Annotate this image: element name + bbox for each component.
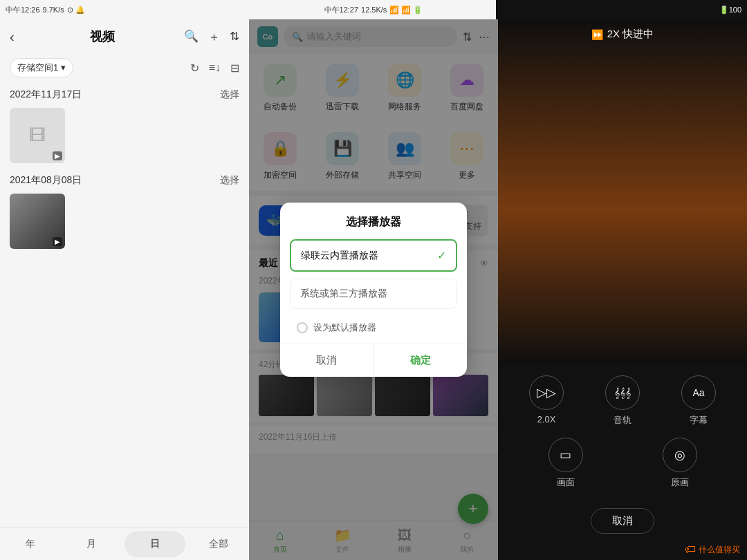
- storage-selector[interactable]: 存储空间1 ▾: [10, 58, 73, 77]
- cancel-video-btn[interactable]: 取消: [591, 508, 654, 534]
- speed-icon-box: ▷▷: [529, 375, 564, 410]
- left-bottom-nav: 年 月 日 全部: [0, 528, 249, 560]
- check-icon: ✓: [437, 249, 446, 262]
- select-btn-1[interactable]: 选择: [220, 88, 239, 101]
- date-section-1: 2022年11月17日 选择: [0, 82, 249, 104]
- cancel-bar: 取消: [498, 500, 747, 539]
- ctrl-screen[interactable]: ▭ 画面: [512, 438, 619, 489]
- time-left: 中午12:26: [6, 5, 40, 15]
- time-mid: 中午12:27: [324, 5, 359, 15]
- fast-forward-icon: ⏩: [591, 29, 603, 40]
- controls-row-2: ▭ 画面 ◎ 原画: [512, 438, 733, 489]
- sort-icon[interactable]: ⇅: [230, 29, 239, 45]
- ctrl-speed[interactable]: ▷▷ 2.0X: [512, 375, 581, 427]
- right-panel: ⏩ 2X 快进中 ▷▷ 2.0X 𝄞𝄞𝄞 音轨: [498, 19, 747, 560]
- icons-left: ⊙ 🔔: [67, 6, 85, 15]
- video-thumb-2[interactable]: ▶: [10, 194, 65, 249]
- speed-label: 2.0X: [537, 414, 556, 424]
- dialog-checkbox-row[interactable]: 设为默认播放器: [280, 316, 467, 344]
- play-icon-2: ▶: [53, 237, 62, 246]
- left-sub-icons: ↻ ≡↓ ⊟: [190, 62, 239, 75]
- nav-day[interactable]: 日: [124, 531, 185, 557]
- dialog-confirm-btn[interactable]: 确定: [374, 344, 468, 377]
- left-panel: ‹ 视频 🔍 ＋ ⇅ 存储空间1 ▾ ↻ ≡↓ ⊟ 2022年11月17日 选择…: [0, 19, 249, 560]
- select-btn-2[interactable]: 选择: [220, 174, 239, 187]
- dialog-option-system[interactable]: 系统或第三方播放器: [290, 279, 457, 309]
- speed-mid: 12.5K/s: [361, 6, 387, 14]
- default-checkbox[interactable]: [297, 322, 308, 333]
- dialog-actions: 取消 确定: [280, 344, 467, 377]
- search-icon[interactable]: 🔍: [184, 29, 199, 45]
- screen-icon-box: ▭: [548, 438, 583, 472]
- date-label-1: 2022年11月17日: [10, 88, 82, 101]
- mid-panel: Co 🔍 请输入关键词 ⇅ ⋯ ↗ 自动备份: [249, 19, 498, 560]
- video-background: [498, 19, 747, 364]
- filter-icon[interactable]: ⊟: [230, 62, 239, 75]
- video-area: ⏩ 2X 快进中: [498, 19, 747, 364]
- original-icon-box: ◎: [663, 438, 697, 472]
- status-bar-right: 🔋100: [496, 0, 747, 19]
- date-label-2: 2021年08月08日: [10, 174, 82, 187]
- play-icon-1: ▶: [53, 151, 62, 160]
- back-button[interactable]: ‹: [10, 29, 15, 45]
- speed-badge: ⏩ 2X 快进中: [591, 28, 654, 41]
- player-select-dialog: 选择播放器 绿联云内置播放器 ✓ 系统或第三方播放器 设为默认播放器 取消 确定: [280, 203, 467, 377]
- audio-label: 音轨: [614, 414, 631, 427]
- video-thumb-1[interactable]: 🎞 ▶: [10, 108, 65, 163]
- subtitle-label: 字幕: [690, 414, 708, 427]
- screen-label: 画面: [557, 476, 575, 489]
- dialog-title: 选择播放器: [280, 203, 467, 239]
- left-sub-bar: 存储空间1 ▾ ↻ ≡↓ ⊟: [0, 54, 249, 82]
- left-top-bar: ‹ 视频 🔍 ＋ ⇅: [0, 19, 249, 54]
- brand-icon: 🏷: [685, 543, 696, 556]
- left-panel-title: 视频: [21, 28, 184, 45]
- signal-mid: 📶 📶 🔋: [389, 6, 423, 15]
- brand-watermark: 🏷 什么值得买: [498, 539, 747, 560]
- brand-text: 什么值得买: [699, 544, 740, 556]
- nav-all[interactable]: 全部: [188, 528, 249, 560]
- dialog-cancel-btn[interactable]: 取消: [280, 344, 374, 377]
- controls-row-1: ▷▷ 2.0X 𝄞𝄞𝄞 音轨 Aa 字幕: [512, 375, 733, 427]
- battery-icon: 🔋100: [719, 6, 741, 15]
- dialog-option-builtin[interactable]: 绿联云内置播放器 ✓: [290, 239, 457, 272]
- subtitle-icon-box: Aa: [681, 375, 716, 410]
- panels: ‹ 视频 🔍 ＋ ⇅ 存储空间1 ▾ ↻ ≡↓ ⊟ 2022年11月17日 选择…: [0, 19, 747, 560]
- list-sort-icon[interactable]: ≡↓: [209, 62, 221, 75]
- refresh-icon[interactable]: ↻: [190, 62, 199, 75]
- left-top-icons: 🔍 ＋ ⇅: [184, 29, 239, 45]
- video-controls: ▷▷ 2.0X 𝄞𝄞𝄞 音轨 Aa 字幕: [498, 364, 747, 500]
- audio-icon-box: 𝄞𝄞𝄞: [605, 375, 640, 410]
- status-bar: 中午12:26 9.7K/s ⊙ 🔔 中午12:27 12.5K/s 📶 📶 🔋…: [0, 0, 747, 19]
- add-icon[interactable]: ＋: [208, 29, 220, 45]
- nav-month[interactable]: 月: [61, 528, 122, 560]
- ctrl-subtitle[interactable]: Aa 字幕: [664, 375, 733, 427]
- date-section-2: 2021年08月08日 选择: [0, 167, 249, 189]
- status-bar-left: 中午12:26 9.7K/s ⊙ 🔔: [0, 0, 251, 19]
- nav-year[interactable]: 年: [0, 528, 61, 560]
- ctrl-original[interactable]: ◎ 原画: [626, 438, 733, 489]
- status-bar-mid: 中午12:27 12.5K/s 📶 📶 🔋: [251, 0, 497, 19]
- ctrl-audio[interactable]: 𝄞𝄞𝄞 音轨: [588, 375, 657, 427]
- dialog-overlay[interactable]: 选择播放器 绿联云内置播放器 ✓ 系统或第三方播放器 设为默认播放器 取消 确定: [249, 19, 498, 560]
- speed-left: 9.7K/s: [43, 6, 64, 14]
- original-label: 原画: [671, 476, 689, 489]
- film-icon-1: 🎞: [29, 126, 46, 145]
